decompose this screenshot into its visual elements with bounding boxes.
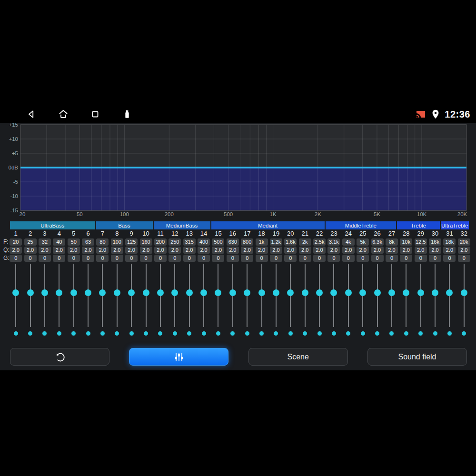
slider-knob[interactable] — [200, 289, 207, 296]
q-value-chip[interactable]: 2.0 — [241, 247, 253, 254]
q-value-chip[interactable]: 2.0 — [371, 247, 384, 254]
gain-value-chip[interactable]: 0 — [96, 255, 109, 262]
q-value-chip[interactable]: 2.0 — [198, 247, 210, 254]
frequency-value-chip[interactable]: 125 — [125, 238, 138, 246]
gain-value-chip[interactable]: 0 — [256, 255, 268, 262]
slider-knob[interactable] — [374, 289, 381, 296]
q-value-chip[interactable]: 2.0 — [458, 247, 470, 254]
frequency-value-chip[interactable]: 16k — [429, 238, 441, 246]
gain-value-chip[interactable]: 0 — [53, 255, 65, 262]
q-value-chip[interactable]: 2.0 — [96, 247, 109, 254]
slider-knob[interactable] — [114, 289, 120, 296]
cast-icon[interactable] — [415, 109, 426, 120]
frequency-value-chip[interactable]: 8k — [386, 238, 398, 246]
q-value-chip[interactable]: 2.0 — [24, 247, 37, 254]
q-value-chip[interactable]: 2.0 — [39, 247, 51, 254]
slider-knob[interactable] — [12, 289, 19, 296]
q-value-chip[interactable]: 2.0 — [68, 247, 80, 254]
gain-value-chip[interactable]: 0 — [429, 255, 441, 262]
q-value-chip[interactable]: 2.0 — [183, 247, 196, 254]
gain-value-chip[interactable]: 0 — [327, 255, 340, 262]
gain-value-chip[interactable]: 0 — [125, 255, 138, 262]
gain-value-chip[interactable]: 0 — [458, 255, 470, 262]
q-value-chip[interactable]: 2.0 — [327, 247, 340, 254]
frequency-value-chip[interactable]: 12.5 — [415, 238, 427, 246]
frequency-value-chip[interactable]: 20k — [458, 238, 470, 246]
slider-knob[interactable] — [258, 289, 265, 296]
slider-knob[interactable] — [417, 289, 424, 296]
slider-knob[interactable] — [157, 289, 164, 296]
frequency-value-chip[interactable]: 10k — [400, 238, 412, 246]
frequency-value-chip[interactable]: 25 — [24, 238, 37, 246]
slider-knob[interactable] — [99, 289, 106, 296]
gain-value-chip[interactable]: 0 — [241, 255, 253, 262]
slider-knob[interactable] — [85, 289, 91, 296]
frequency-value-chip[interactable]: 1k — [256, 238, 268, 246]
slider-knob[interactable] — [70, 289, 77, 296]
gain-value-chip[interactable]: 0 — [212, 255, 224, 262]
gain-value-chip[interactable]: 0 — [24, 255, 37, 262]
q-value-chip[interactable]: 2.0 — [357, 247, 369, 254]
frequency-value-chip[interactable]: 160 — [140, 238, 152, 246]
q-value-chip[interactable]: 2.0 — [227, 247, 239, 254]
gain-value-chip[interactable]: 0 — [371, 255, 384, 262]
q-value-chip[interactable]: 2.0 — [111, 247, 123, 254]
q-value-chip[interactable]: 2.0 — [82, 247, 94, 254]
q-value-chip[interactable]: 2.0 — [53, 247, 65, 254]
slider-knob[interactable] — [461, 289, 467, 296]
q-value-chip[interactable]: 2.0 — [386, 247, 398, 254]
frequency-value-chip[interactable]: 4k — [342, 238, 355, 246]
gain-value-chip[interactable]: 0 — [400, 255, 412, 262]
q-value-chip[interactable]: 2.0 — [140, 247, 152, 254]
frequency-value-chip[interactable]: 315 — [183, 238, 196, 246]
frequency-value-chip[interactable]: 80 — [96, 238, 109, 246]
slider-knob[interactable] — [215, 289, 221, 296]
slider-knob[interactable] — [330, 289, 337, 296]
frequency-value-chip[interactable]: 63 — [82, 238, 94, 246]
q-value-chip[interactable]: 2.0 — [443, 247, 456, 254]
sound-field-button[interactable]: Sound field — [367, 348, 467, 366]
scene-button[interactable]: Scene — [248, 348, 348, 366]
q-value-chip[interactable]: 2.0 — [125, 247, 138, 254]
slider-knob[interactable] — [229, 289, 236, 296]
gain-value-chip[interactable]: 0 — [154, 255, 167, 262]
frequency-value-chip[interactable]: 1.2k — [270, 238, 282, 246]
slider-knob[interactable] — [171, 289, 178, 296]
slider-knob[interactable] — [403, 289, 409, 296]
back-icon[interactable] — [26, 109, 37, 120]
gain-value-chip[interactable]: 0 — [443, 255, 456, 262]
q-value-chip[interactable]: 2.0 — [342, 247, 355, 254]
q-value-chip[interactable]: 2.0 — [270, 247, 282, 254]
gain-value-chip[interactable]: 0 — [270, 255, 282, 262]
frequency-value-chip[interactable]: 3.1k — [327, 238, 340, 246]
q-value-chip[interactable]: 2.0 — [400, 247, 412, 254]
frequency-value-chip[interactable]: 20 — [10, 238, 22, 246]
slider-knob[interactable] — [432, 289, 438, 296]
frequency-value-chip[interactable]: 50 — [68, 238, 80, 246]
gain-value-chip[interactable]: 0 — [10, 255, 22, 262]
q-value-chip[interactable]: 2.0 — [256, 247, 268, 254]
frequency-value-chip[interactable]: 2k — [299, 238, 311, 246]
frequency-value-chip[interactable]: 18k — [443, 238, 456, 246]
frequency-value-chip[interactable]: 250 — [169, 238, 181, 246]
q-value-chip[interactable]: 2.0 — [212, 247, 224, 254]
frequency-value-chip[interactable]: 800 — [241, 238, 253, 246]
frequency-value-chip[interactable]: 500 — [212, 238, 224, 246]
frequency-value-chip[interactable]: 6.3k — [371, 238, 384, 246]
frequency-value-chip[interactable]: 400 — [198, 238, 210, 246]
equalizer-button[interactable] — [129, 348, 228, 366]
gain-value-chip[interactable]: 0 — [183, 255, 196, 262]
gain-value-chip[interactable]: 0 — [111, 255, 123, 262]
slider-knob[interactable] — [56, 289, 62, 296]
gain-value-chip[interactable]: 0 — [227, 255, 239, 262]
slider-knob[interactable] — [244, 289, 250, 296]
gain-value-chip[interactable]: 0 — [284, 255, 297, 262]
q-value-chip[interactable]: 2.0 — [429, 247, 441, 254]
reset-button[interactable] — [10, 348, 109, 366]
frequency-value-chip[interactable]: 1.6k — [284, 238, 297, 246]
gain-value-chip[interactable]: 0 — [386, 255, 398, 262]
gain-value-chip[interactable]: 0 — [68, 255, 80, 262]
gain-value-chip[interactable]: 0 — [198, 255, 210, 262]
q-value-chip[interactable]: 2.0 — [10, 247, 22, 254]
slider-knob[interactable] — [302, 289, 308, 296]
